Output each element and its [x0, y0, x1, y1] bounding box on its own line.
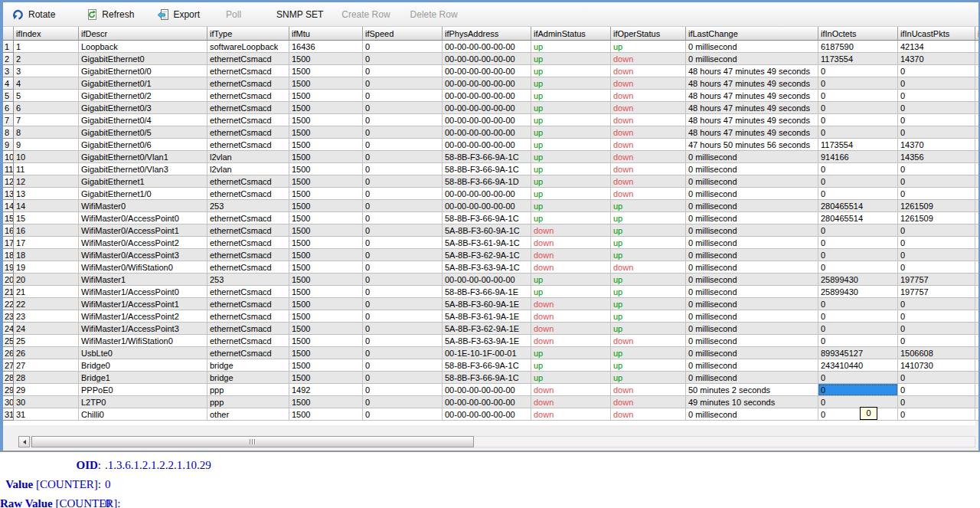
cell-ifMtu[interactable]: 1500: [289, 212, 363, 225]
scrollbar-thumb[interactable]: [31, 436, 474, 447]
cell-ifType[interactable]: bridge: [207, 359, 289, 372]
cell-ifIndex[interactable]: 3: [14, 65, 79, 77]
cell-ifType[interactable]: bridge: [207, 372, 289, 384]
cell-ifOperStatus[interactable]: down: [611, 102, 686, 114]
cell-ifOperStatus[interactable]: up: [611, 359, 686, 372]
cell-ifLastChange[interactable]: 0 millisecond: [686, 188, 818, 200]
row-number-cell[interactable]: 23: [3, 310, 14, 323]
cell-ifOperStatus[interactable]: down: [611, 384, 686, 396]
cell-ifSpeed[interactable]: 0: [363, 77, 443, 90]
cell-ifSpeed[interactable]: 0: [363, 41, 443, 53]
cell-ifInOctets[interactable]: 25899430: [818, 286, 898, 298]
cell-ifOperStatus[interactable]: up: [611, 225, 686, 237]
cell-ifSpeed[interactable]: 0: [363, 225, 443, 237]
cell-ifPhysAddress[interactable]: 58-8B-F3-66-9A-1C: [443, 372, 531, 384]
cell-ifLastChange[interactable]: 0 millisecond: [686, 200, 818, 212]
col-header-col13[interactable]: i: [975, 27, 978, 41]
cell-ifInUcastPkts[interactable]: 14370: [898, 139, 975, 151]
cell-ifDescr[interactable]: Chilli0: [79, 408, 207, 421]
row-number-cell[interactable]: 7: [3, 114, 14, 126]
cell-ifInOctets[interactable]: 0: [818, 188, 898, 200]
cell-ifIndex[interactable]: 9: [14, 139, 79, 151]
cell-ifType[interactable]: other: [207, 408, 289, 421]
cell-ifPhysAddress[interactable]: 5A-8B-F3-60-9A-1E: [443, 298, 531, 310]
toolbar-button-poll[interactable]: Poll: [226, 9, 241, 20]
cell-ifLastChange[interactable]: 48 hours 47 minutes 49 seconds: [686, 77, 818, 90]
cell-ifOperStatus[interactable]: up: [611, 249, 686, 261]
row-number-cell[interactable]: 24: [3, 323, 14, 335]
cell-ifDescr[interactable]: GigabitEthernet0/Vlan1: [79, 151, 207, 163]
cell-col13[interactable]: [975, 261, 978, 274]
cell-ifDescr[interactable]: WifiMaster1/AccessPoint3: [79, 323, 207, 335]
cell-col13[interactable]: [975, 347, 978, 359]
cell-col13[interactable]: [975, 114, 978, 126]
col-header-ifDescr[interactable]: ifDescr: [79, 27, 207, 41]
row-number-cell[interactable]: 26: [3, 347, 14, 359]
cell-ifLastChange[interactable]: 48 hours 47 minutes 49 seconds: [686, 114, 818, 126]
cell-ifInOctets[interactable]: 25899430: [818, 274, 898, 286]
cell-ifMtu[interactable]: 1500: [289, 102, 363, 114]
toolbar-button-create-row[interactable]: Create Row: [341, 9, 390, 20]
cell-ifPhysAddress[interactable]: 00-00-00-00-00-00: [443, 41, 531, 53]
cell-col13[interactable]: [975, 139, 978, 151]
cell-ifInOctets[interactable]: 280465514: [818, 212, 898, 225]
cell-ifSpeed[interactable]: 0: [363, 237, 443, 249]
cell-ifPhysAddress[interactable]: 58-8B-F3-66-9A-1C: [443, 151, 531, 163]
cell-ifAdminStatus[interactable]: up: [531, 286, 611, 298]
cell-ifPhysAddress[interactable]: 00-00-00-00-00-00: [443, 188, 531, 200]
cell-ifMtu[interactable]: 1500: [289, 77, 363, 90]
cell-ifOperStatus[interactable]: down: [611, 408, 686, 421]
cell-ifLastChange[interactable]: 50 minutes 2 seconds: [686, 384, 818, 396]
cell-ifMtu[interactable]: 16436: [289, 41, 363, 53]
cell-ifInUcastPkts[interactable]: 0: [898, 323, 975, 335]
cell-ifDescr[interactable]: GigabitEthernet0/1: [79, 77, 207, 90]
cell-ifMtu[interactable]: 1500: [289, 139, 363, 151]
cell-ifMtu[interactable]: 1500: [289, 188, 363, 200]
cell-ifInUcastPkts[interactable]: 0: [898, 225, 975, 237]
cell-ifIndex[interactable]: 12: [14, 175, 79, 188]
cell-ifOperStatus[interactable]: up: [611, 298, 686, 310]
cell-ifLastChange[interactable]: 0 millisecond: [686, 372, 818, 384]
cell-ifType[interactable]: ethernetCsmacd: [207, 212, 289, 225]
cell-ifIndex[interactable]: 20: [14, 274, 79, 286]
cell-ifSpeed[interactable]: 0: [363, 384, 443, 396]
cell-ifOperStatus[interactable]: down: [611, 261, 686, 274]
cell-ifMtu[interactable]: 1500: [289, 65, 363, 77]
row-number-cell[interactable]: 1: [3, 41, 14, 53]
cell-ifAdminStatus[interactable]: down: [531, 298, 611, 310]
cell-ifInUcastPkts[interactable]: 197757: [898, 274, 975, 286]
cell-ifPhysAddress[interactable]: 00-00-00-00-00-00: [443, 384, 531, 396]
row-number-cell[interactable]: 19: [3, 261, 14, 274]
col-header-ifOperStatus[interactable]: ifOperStatus: [611, 27, 686, 41]
cell-ifLastChange[interactable]: 0 millisecond: [686, 225, 818, 237]
cell-ifDescr[interactable]: PPPoE0: [79, 384, 207, 396]
row-number-cell[interactable]: 18: [3, 249, 14, 261]
cell-ifLastChange[interactable]: 0 millisecond: [686, 347, 818, 359]
cell-ifLastChange[interactable]: 0 millisecond: [686, 274, 818, 286]
cell-ifInOctets[interactable]: 280465514: [818, 200, 898, 212]
cell-ifIndex[interactable]: 27: [14, 359, 79, 372]
cell-ifLastChange[interactable]: 0 millisecond: [686, 408, 818, 421]
cell-ifDescr[interactable]: GigabitEthernet1/0: [79, 188, 207, 200]
cell-ifSpeed[interactable]: 0: [363, 286, 443, 298]
cell-ifIndex[interactable]: 23: [14, 310, 79, 323]
cell-ifLastChange[interactable]: 0 millisecond: [686, 237, 818, 249]
cell-ifType[interactable]: ppp: [207, 384, 289, 396]
cell-ifInOctets[interactable]: 0: [818, 126, 898, 139]
cell-col13[interactable]: [975, 298, 978, 310]
cell-ifAdminStatus[interactable]: down: [531, 396, 611, 408]
cell-ifOperStatus[interactable]: down: [611, 175, 686, 188]
cell-ifDescr[interactable]: WifiMaster1/AccessPoint0: [79, 286, 207, 298]
cell-ifMtu[interactable]: 1500: [289, 151, 363, 163]
cell-ifAdminStatus[interactable]: up: [531, 200, 611, 212]
cell-ifOperStatus[interactable]: down: [611, 126, 686, 139]
cell-ifMtu[interactable]: 1500: [289, 237, 363, 249]
cell-ifInOctets[interactable]: 0: [818, 335, 898, 347]
cell-ifInOctets[interactable]: 0: [818, 237, 898, 249]
cell-ifMtu[interactable]: 1500: [289, 323, 363, 335]
row-number-cell[interactable]: 9: [3, 139, 14, 151]
cell-ifSpeed[interactable]: 0: [363, 90, 443, 102]
row-number-cell[interactable]: 17: [3, 237, 14, 249]
col-header-ifPhysAddress[interactable]: ifPhysAddress: [443, 27, 531, 41]
cell-ifInOctets[interactable]: 6187590: [818, 41, 898, 53]
